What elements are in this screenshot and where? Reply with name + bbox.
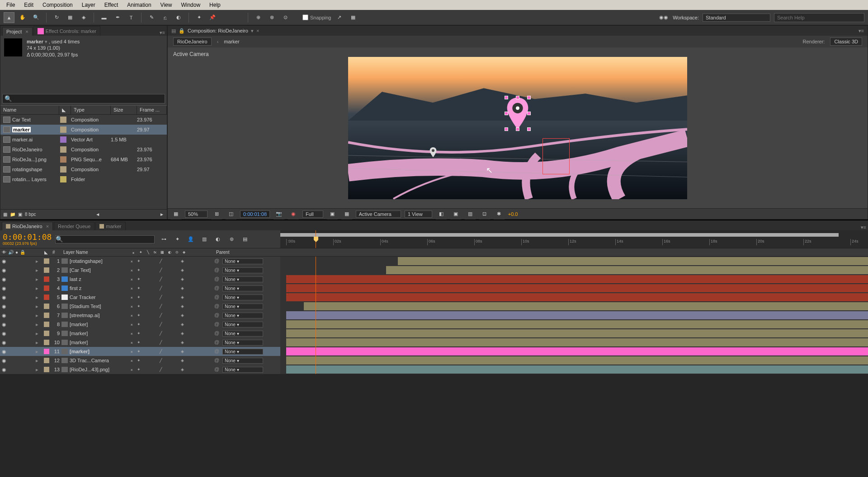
- project-item[interactable]: Car Text Composition 23.976: [0, 115, 167, 125]
- twirl-icon[interactable]: ▸: [32, 349, 42, 355]
- menu-layer[interactable]: Layer: [77, 2, 100, 8]
- snapshot-icon[interactable]: 📷: [274, 209, 284, 220]
- layer-row[interactable]: ◉ ▸ 10 [marker] ⁎✦╱◈ @ None ▾: [0, 338, 868, 347]
- layer-label-swatch[interactable]: [44, 367, 49, 372]
- column-type[interactable]: Type: [71, 106, 111, 114]
- layer-switches[interactable]: ⁎✦╱◈: [128, 268, 196, 272]
- twirl-icon[interactable]: ▸: [32, 258, 42, 264]
- layer-switches[interactable]: ⁎✦╱◈: [128, 277, 196, 281]
- snap-edge-icon[interactable]: ↗: [334, 12, 345, 23]
- pan-behind-tool-icon[interactable]: ◈: [78, 12, 89, 23]
- twirl-icon[interactable]: ▸: [32, 331, 42, 337]
- label-swatch[interactable]: [60, 136, 66, 143]
- column-frame[interactable]: Frame ...: [137, 106, 167, 114]
- renderer-select[interactable]: Classic 3D: [830, 37, 862, 46]
- label-swatch[interactable]: [60, 176, 66, 182]
- menu-edit[interactable]: Edit: [19, 2, 38, 8]
- axis-mode-2-icon[interactable]: ⊗: [266, 12, 277, 23]
- layer-switches[interactable]: ⁎✦╱◈: [128, 259, 196, 263]
- project-item[interactable]: rotatin... Layers Folder: [0, 174, 167, 184]
- layer-label-swatch[interactable]: [44, 349, 49, 354]
- pen-tool-icon[interactable]: ✒: [112, 12, 123, 23]
- menu-file[interactable]: File: [2, 2, 19, 8]
- visibility-toggle-icon[interactable]: ◉: [1, 366, 7, 373]
- layer-label-swatch[interactable]: [44, 285, 49, 291]
- pickwhip-icon[interactable]: @: [214, 258, 221, 264]
- visibility-toggle-icon[interactable]: ◉: [1, 294, 7, 300]
- eraser-tool-icon[interactable]: ◐: [173, 12, 184, 23]
- layer-duration-bar[interactable]: [286, 338, 868, 346]
- project-search-input[interactable]: [2, 94, 165, 103]
- twirl-icon[interactable]: ▸: [32, 276, 42, 282]
- layer-switches[interactable]: ⁎✦╱◈: [128, 295, 196, 299]
- layer-duration-bar[interactable]: [286, 356, 868, 365]
- pickwhip-icon[interactable]: @: [214, 312, 221, 318]
- exposure-value[interactable]: +0.0: [508, 211, 518, 217]
- brush-tool-icon[interactable]: ✎: [146, 12, 157, 23]
- visibility-toggle-icon[interactable]: ◉: [1, 357, 7, 364]
- visibility-toggle-icon[interactable]: ◉: [1, 258, 7, 264]
- draft-3d-icon[interactable]: ✦: [172, 234, 183, 245]
- menu-help[interactable]: Help: [205, 2, 225, 8]
- label-swatch[interactable]: [60, 146, 66, 153]
- visibility-toggle-icon[interactable]: ◉: [1, 321, 7, 327]
- layer-row[interactable]: ◉ ▸ 12 3D Trac...Camera ⁎✦╱◈ @ None ▾: [0, 356, 868, 365]
- layer-duration-bar[interactable]: [286, 275, 868, 283]
- parent-select[interactable]: None ▾: [222, 276, 263, 282]
- layer-label-swatch[interactable]: [44, 295, 49, 300]
- speaker-column-icon[interactable]: 🔊: [8, 250, 14, 255]
- solo-column-icon[interactable]: ●: [15, 250, 18, 255]
- timeline-icon[interactable]: ▥: [465, 209, 476, 220]
- fast-preview-icon[interactable]: ▣: [450, 209, 461, 220]
- column-label[interactable]: ◣: [59, 106, 71, 114]
- bpc-toggle[interactable]: 8 bpc: [25, 212, 36, 217]
- layer-label-swatch[interactable]: [44, 267, 49, 273]
- layer-row[interactable]: ◉ ▸ 9 [marker] ⁎✦╱◈ @ None ▾: [0, 329, 868, 338]
- twirl-icon[interactable]: ▸: [32, 313, 42, 318]
- clone-stamp-tool-icon[interactable]: ⎌: [160, 12, 170, 23]
- layer-label-swatch[interactable]: [44, 258, 49, 264]
- layer-label-swatch[interactable]: [44, 358, 49, 363]
- layer-label-swatch[interactable]: [44, 313, 49, 318]
- transparency-grid-icon[interactable]: ▦: [341, 209, 352, 220]
- parent-column[interactable]: Parent: [214, 250, 278, 255]
- motion-blur-icon[interactable]: ◐: [212, 234, 223, 245]
- panel-menu-icon[interactable]: ▾≡: [859, 28, 864, 34]
- parent-select[interactable]: None ▾: [222, 304, 263, 309]
- comp-dropdown-icon[interactable]: ▾: [251, 28, 254, 34]
- always-preview-icon[interactable]: ▦: [170, 209, 181, 220]
- playhead[interactable]: [316, 230, 316, 248]
- panel-grip-icon[interactable]: ▤: [171, 28, 176, 34]
- roto-brush-tool-icon[interactable]: ✦: [193, 12, 204, 23]
- views-count-select[interactable]: 1 View: [405, 210, 432, 218]
- parent-select[interactable]: None ▾: [222, 267, 263, 273]
- eye-column-icon[interactable]: 👁: [2, 250, 6, 255]
- timeline-timecode[interactable]: 0:00:01:08: [3, 233, 52, 241]
- pickwhip-icon[interactable]: @: [214, 294, 221, 300]
- pickwhip-icon[interactable]: @: [214, 276, 221, 282]
- panel-menu-icon[interactable]: ▾≡: [859, 224, 868, 230]
- layer-duration-bar[interactable]: [286, 365, 868, 374]
- app-switcher-icon[interactable]: ◉◉: [658, 12, 669, 23]
- layer-row[interactable]: ◉ ▸ 6 [Stadium Text] ⁎✦╱◈ @ None ▾: [0, 302, 868, 311]
- visibility-toggle-icon[interactable]: ◉: [1, 312, 7, 318]
- scrollbar-right-icon[interactable]: ►: [160, 212, 164, 217]
- parent-select[interactable]: None ▾: [222, 367, 263, 373]
- parent-select[interactable]: None ▾: [222, 295, 263, 300]
- column-size[interactable]: Size: [111, 106, 137, 114]
- twirl-icon[interactable]: ▸: [32, 285, 42, 291]
- zoom-select[interactable]: 50%: [185, 210, 208, 218]
- project-item[interactable]: marker Composition 29.97: [0, 125, 167, 135]
- zoom-tool-icon[interactable]: 🔍: [31, 12, 42, 23]
- layer-duration-bar[interactable]: [286, 311, 868, 319]
- search-help-input[interactable]: [774, 13, 864, 22]
- pickwhip-icon[interactable]: @: [214, 303, 221, 309]
- twirl-icon[interactable]: ▸: [32, 340, 42, 346]
- project-item[interactable]: marker.ai Vector Art 1.5 MB: [0, 135, 167, 145]
- parent-select[interactable]: None ▾: [222, 340, 263, 346]
- layer-switches[interactable]: ⁎✦╱◈: [128, 358, 196, 363]
- preview-canvas[interactable]: ↖: [348, 57, 687, 199]
- axis-mode-3-icon[interactable]: ⊙: [280, 12, 291, 23]
- parent-select[interactable]: None ▾: [222, 285, 263, 291]
- layer-row[interactable]: ◉ ▸ 7 [streetmap.ai] ⁎✦╱◈ @ None ▾: [0, 311, 868, 320]
